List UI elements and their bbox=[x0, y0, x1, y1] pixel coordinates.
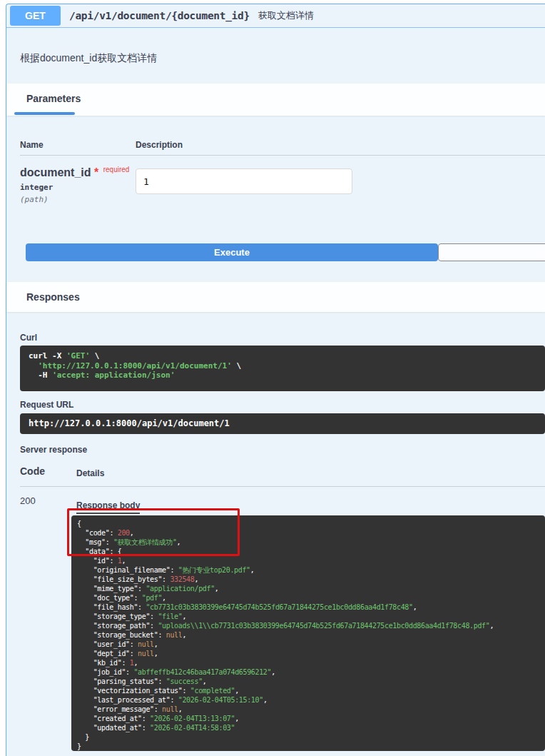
response-status-code: 200 bbox=[20, 495, 36, 506]
endpoint-path: /api/v1/document/{document_id} bbox=[69, 10, 250, 21]
tab-active-underline bbox=[14, 112, 75, 115]
request-url-value: http://127.0.0.1:8000/api/v1/document/1 bbox=[20, 413, 545, 434]
param-value-input[interactable] bbox=[136, 168, 352, 194]
param-name: document_id * required bbox=[20, 166, 129, 179]
server-response-label: Server response bbox=[20, 445, 87, 455]
parameters-section-header: Parameters bbox=[6, 84, 545, 116]
response-body-label: Response body bbox=[76, 500, 140, 514]
tab-parameters: Parameters bbox=[26, 93, 81, 104]
column-header-details: Details bbox=[76, 468, 104, 478]
param-type: integer bbox=[20, 183, 53, 192]
clear-button[interactable] bbox=[438, 243, 545, 261]
swagger-operation-page: GET /api/v1/document/{document_id} 获取文档详… bbox=[0, 0, 545, 756]
responses-section-header: Responses bbox=[6, 282, 545, 312]
endpoint-summary: 获取文档详情 bbox=[258, 9, 314, 22]
endpoint-description: 根据document_id获取文档详情 bbox=[20, 52, 157, 65]
method-badge[interactable]: GET bbox=[10, 6, 61, 26]
param-required-star: * bbox=[94, 166, 98, 178]
responses-title: Responses bbox=[26, 291, 80, 303]
opblock-summary-row[interactable]: GET /api/v1/document/{document_id} 获取文档详… bbox=[6, 4, 545, 28]
request-url-label: Request URL bbox=[20, 400, 73, 410]
column-header-code: Code bbox=[20, 465, 45, 477]
param-name-text: document_id bbox=[20, 166, 91, 178]
param-location: (path) bbox=[20, 195, 49, 204]
server-response-divider bbox=[20, 486, 545, 487]
curl-code[interactable]: curl -X 'GET' \ 'http://127.0.0.1:8000/a… bbox=[20, 346, 545, 391]
response-body-code: { "code": 200, "msg": "获取文档详情成功", "data"… bbox=[71, 515, 545, 751]
execute-button[interactable]: Execute bbox=[26, 243, 438, 261]
param-required-label: required bbox=[103, 166, 130, 173]
column-header-description: Description bbox=[136, 140, 183, 150]
params-header-divider bbox=[20, 155, 545, 156]
curl-label: Curl bbox=[20, 333, 37, 343]
column-header-name: Name bbox=[20, 140, 44, 150]
